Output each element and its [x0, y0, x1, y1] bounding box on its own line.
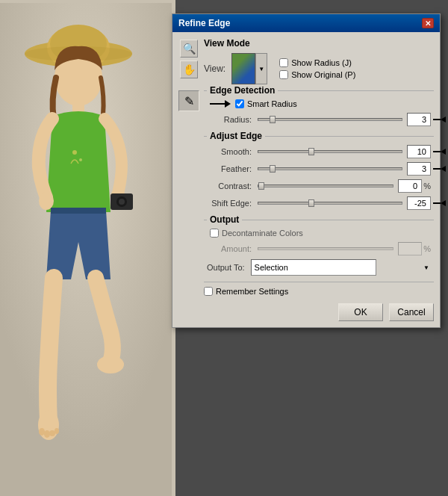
tools-column: 🔍 ✋ ✎	[178, 38, 199, 321]
view-label: View:	[204, 63, 225, 74]
view-dropdown-button[interactable]: ▼	[255, 53, 267, 84]
show-radius-label: Show Radius (J)	[291, 58, 352, 67]
brush-tool-button[interactable]: ✎	[178, 90, 199, 111]
amount-label: Amount:	[207, 244, 252, 253]
smart-radius-label: Smart Radius	[247, 99, 297, 108]
view-thumbnail-container[interactable]: ▼	[231, 53, 267, 84]
smart-radius-arrow	[210, 100, 231, 108]
feather-value-box	[407, 162, 431, 176]
smart-radius-row: Smart Radius	[207, 99, 431, 108]
feather-slider-row: Feather:	[207, 162, 431, 176]
svg-rect-12	[51, 208, 106, 214]
output-to-select[interactable]: Selection Layer Mask New Layer New Layer…	[251, 259, 376, 276]
radius-label: Radius:	[207, 115, 252, 124]
contrast-slider-thumb[interactable]	[258, 182, 264, 190]
remember-settings-row: Remember Settings	[204, 287, 434, 296]
refine-edge-dialog: Refine Edge ✕ 🔍 ✋ ✎ View Mode	[172, 13, 441, 328]
radius-slider-row: Radius:	[207, 113, 431, 126]
shift-edge-arrow-annotation	[433, 200, 446, 206]
contrast-slider-track[interactable]	[258, 185, 393, 187]
smooth-slider-thumb[interactable]	[308, 148, 314, 155]
view-checkboxes: Show Radius (J) Show Original (P)	[279, 58, 355, 79]
radius-slider-thumb[interactable]	[270, 116, 276, 123]
contrast-value-box	[398, 179, 422, 193]
contrast-label: Contrast:	[207, 182, 252, 190]
brush-icon: ✎	[184, 94, 194, 108]
dialog-content: View Mode View: ▼ Show Radius (J)	[204, 38, 434, 321]
smart-radius-label-row[interactable]: Smart Radius	[235, 99, 297, 108]
smooth-slider-track[interactable]	[258, 150, 402, 153]
show-original-checkbox-row[interactable]: Show Original (P)	[279, 70, 355, 79]
feather-value-input[interactable]	[408, 163, 428, 175]
background-photo	[0, 0, 175, 496]
output-to-select-wrapper: Selection Layer Mask New Layer New Layer…	[251, 259, 431, 276]
radius-value-input[interactable]	[408, 114, 428, 125]
hand-icon: ✋	[183, 63, 196, 75]
show-original-checkbox[interactable]	[279, 70, 288, 79]
cancel-button[interactable]: Cancel	[389, 303, 434, 321]
smooth-value-input[interactable]	[408, 146, 428, 158]
remember-settings-label: Remember Settings	[216, 287, 288, 296]
smooth-arrow-annotation	[433, 149, 446, 155]
zoom-icon: 🔍	[183, 43, 196, 55]
select-dropdown-icon: ▼	[423, 264, 429, 271]
button-row: OK Cancel	[204, 303, 434, 321]
amount-slider-row: Amount: %	[207, 242, 431, 255]
amount-slider-track	[258, 247, 393, 250]
dialog-title: Refine Edge	[178, 18, 230, 28]
smooth-slider-row: Smooth:	[207, 145, 431, 158]
zoom-tool-button[interactable]: 🔍	[180, 40, 198, 58]
adjust-section-label: Adjust Edge	[207, 131, 265, 141]
bottom-divider	[204, 282, 434, 282]
output-section: Output Decontaminate Colors Amount:	[204, 220, 434, 277]
amount-value-input	[399, 243, 419, 255]
remember-settings-label-row[interactable]: Remember Settings	[204, 287, 288, 296]
adjust-edge-section: Adjust Edge Smooth:	[204, 136, 434, 215]
svg-point-7	[39, 192, 54, 210]
shift-edge-slider-row: Shift Edge:	[207, 196, 431, 210]
contrast-unit: %	[423, 182, 431, 190]
edge-section-content: Smart Radius Radius:	[204, 96, 434, 131]
close-button[interactable]: ✕	[422, 18, 434, 28]
shift-edge-slider-thumb[interactable]	[308, 199, 314, 207]
decontaminate-label-row[interactable]: Decontaminate Colors	[210, 229, 303, 238]
feather-slider-track[interactable]	[258, 167, 402, 170]
svg-point-18	[55, 428, 59, 434]
dialog-body: 🔍 ✋ ✎ View Mode View:	[172, 32, 440, 327]
svg-point-20	[79, 158, 82, 161]
svg-point-14	[97, 356, 124, 373]
girl-silhouette	[0, 3, 172, 496]
dialog-title-bar: Refine Edge ✕	[172, 14, 440, 32]
feather-arrow-annotation	[433, 166, 446, 172]
remember-settings-checkbox[interactable]	[204, 287, 213, 296]
svg-point-11	[119, 199, 125, 205]
svg-point-19	[72, 150, 77, 155]
svg-point-17	[49, 430, 55, 436]
shift-edge-value-box	[407, 196, 431, 210]
edge-section-label: Edge Detection	[207, 85, 278, 96]
smooth-label: Smooth:	[207, 147, 252, 156]
decontaminate-checkbox[interactable]	[210, 229, 219, 238]
show-radius-checkbox-row[interactable]: Show Radius (J)	[279, 58, 355, 67]
thumbnail-image	[232, 54, 255, 84]
hand-tool-button[interactable]: ✋	[180, 61, 198, 78]
decontaminate-row: Decontaminate Colors	[207, 229, 431, 238]
view-mode-section: View Mode View: ▼ Show Radius (J)	[204, 38, 434, 84]
amount-unit: %	[423, 244, 431, 253]
shift-edge-value-input[interactable]	[408, 197, 428, 209]
feather-label: Feather:	[207, 164, 252, 173]
adjust-section-content: Smooth: Feather:	[204, 142, 434, 215]
contrast-value-input[interactable]	[399, 180, 419, 192]
radius-arrow-annotation	[433, 117, 446, 123]
shift-edge-slider-track[interactable]	[258, 202, 402, 205]
view-row: View: ▼ Show Radius (J)	[204, 53, 434, 84]
decontaminate-label: Decontaminate Colors	[222, 229, 303, 238]
feather-slider-thumb[interactable]	[270, 165, 276, 173]
show-radius-checkbox[interactable]	[279, 58, 288, 67]
radius-slider-track[interactable]	[258, 118, 402, 121]
contrast-slider-row: Contrast: %	[207, 179, 431, 193]
view-thumbnail	[231, 53, 255, 84]
ok-button[interactable]: OK	[338, 303, 383, 321]
view-mode-title: View Mode	[204, 38, 434, 49]
smart-radius-checkbox[interactable]	[235, 99, 244, 108]
